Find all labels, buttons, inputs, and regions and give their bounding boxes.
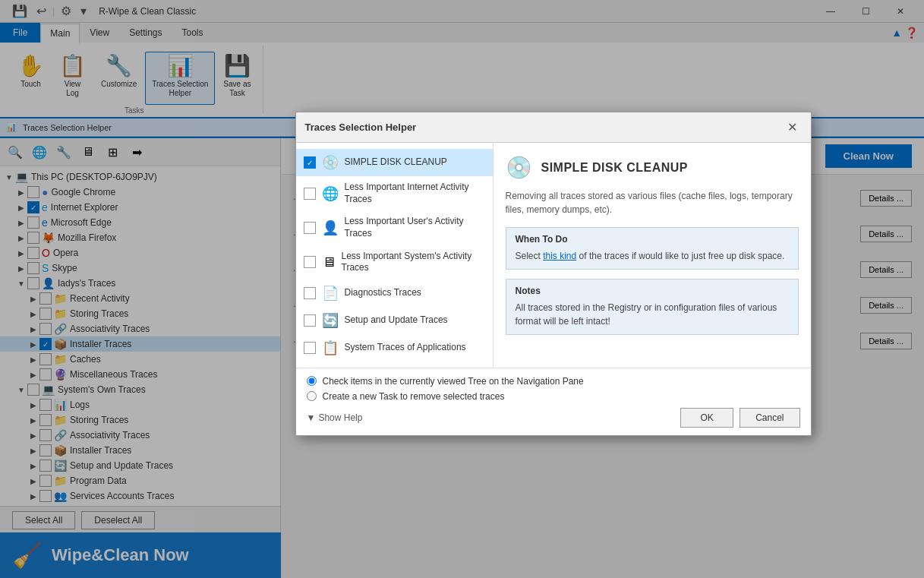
show-help-label: Show Help	[318, 412, 362, 423]
radio-check-tree[interactable]: Check items in the currently viewed Tree…	[307, 376, 800, 387]
diagnostics-check[interactable]	[304, 287, 316, 299]
system-activity-label: Less Important System's Activity Traces	[342, 251, 485, 274]
radio-check-tree-label: Check items in the currently viewed Tree…	[323, 376, 584, 387]
radio-create-task-label: Create a new Task to remove selected tra…	[323, 391, 505, 402]
modal-title: Traces Selection Helper	[305, 122, 417, 133]
system-activity-icon: 🖥	[322, 254, 336, 270]
sys-apps-icon: 📋	[322, 340, 339, 356]
setup-modal-check[interactable]	[304, 314, 316, 327]
radio-group: Check items in the currently viewed Tree…	[307, 376, 800, 402]
detail-title: SIMPLE DISK CLEANUP	[541, 161, 689, 175]
when-to-do-link[interactable]: this kind	[543, 251, 576, 261]
internet-label: Less Important Internet Activity Traces	[345, 182, 485, 205]
setup-modal-icon: 🔄	[322, 312, 339, 329]
modal-cancel-btn[interactable]: Cancel	[740, 408, 799, 428]
notes-text: All traces stored in the Registry or in …	[516, 301, 789, 328]
radio-create-task[interactable]: Create a new Task to remove selected tra…	[307, 391, 800, 402]
setup-modal-label: Setup and Update Traces	[345, 314, 448, 327]
modal-ok-btn[interactable]: OK	[680, 408, 733, 428]
modal-body: ✓ 💿 SIMPLE DISK CLEANUP 🌐 Less Important…	[296, 143, 811, 368]
diagnostics-icon: 📄	[322, 285, 339, 302]
modal-item-setup[interactable]: 🔄 Setup and Update Traces	[296, 307, 493, 334]
notes-title: Notes	[516, 286, 789, 296]
modal-item-sys-apps[interactable]: 📋 System Traces of Applications	[296, 334, 493, 362]
sys-apps-label: System Traces of Applications	[345, 342, 466, 354]
user-icon: 👤	[322, 220, 339, 236]
detail-icon: 💿	[506, 155, 532, 180]
when-to-do-text: Select this kind of the traces if would …	[516, 249, 789, 263]
detail-description: Removing all traces stored as various fi…	[506, 189, 799, 216]
modal-detail-header: 💿 SIMPLE DISK CLEANUP	[506, 155, 799, 180]
modal-item-user[interactable]: 👤 Less Important User's Activity Traces	[296, 210, 493, 245]
user-check[interactable]	[304, 222, 316, 234]
modal-item-diagnostics[interactable]: 📄 Diagnostics Traces	[296, 280, 493, 307]
traces-helper-modal: Traces Selection Helper ✕ ✓ 💿 SIMPLE DIS…	[295, 112, 812, 436]
modal-item-simple-disk[interactable]: ✓ 💿 SIMPLE DISK CLEANUP	[296, 149, 493, 176]
modal-item-system[interactable]: 🖥 Less Important System's Activity Trace…	[296, 245, 493, 280]
sys-apps-check[interactable]	[304, 342, 316, 354]
show-help-toggle[interactable]: ▼ Show Help	[307, 409, 363, 426]
modal-close-btn[interactable]: ✕	[783, 118, 802, 136]
modal-list: ✓ 💿 SIMPLE DISK CLEANUP 🌐 Less Important…	[296, 143, 494, 368]
when-to-do-title: When To Do	[516, 234, 789, 245]
modal-actions: OK Cancel	[680, 408, 799, 428]
modal-titlebar: Traces Selection Helper ✕	[296, 112, 811, 143]
internet-icon: 🌐	[322, 185, 339, 202]
radio-create-task-input[interactable]	[307, 391, 317, 401]
simple-disk-check[interactable]: ✓	[304, 156, 316, 169]
radio-check-tree-input[interactable]	[307, 376, 317, 386]
simple-disk-label: SIMPLE DISK CLEANUP	[345, 156, 447, 169]
user-label: Less Important User's Activity Traces	[345, 216, 485, 239]
modal-item-internet[interactable]: 🌐 Less Important Internet Activity Trace…	[296, 176, 493, 210]
show-help-chevron: ▼	[307, 412, 316, 423]
diagnostics-label: Diagnostics Traces	[345, 287, 421, 299]
modal-detail: 💿 SIMPLE DISK CLEANUP Removing all trace…	[494, 143, 811, 368]
modal-footer: Check items in the currently viewed Tree…	[296, 368, 811, 435]
simple-disk-icon: 💿	[322, 154, 339, 171]
notes-section: Notes All traces stored in the Registry …	[506, 279, 799, 335]
when-to-do-section: When To Do Select this kind of the trace…	[506, 227, 799, 270]
internet-check[interactable]	[304, 188, 316, 200]
modal-overlay: Traces Selection Helper ✕ ✓ 💿 SIMPLE DIS…	[0, 0, 924, 578]
system-activity-check[interactable]	[304, 256, 316, 268]
